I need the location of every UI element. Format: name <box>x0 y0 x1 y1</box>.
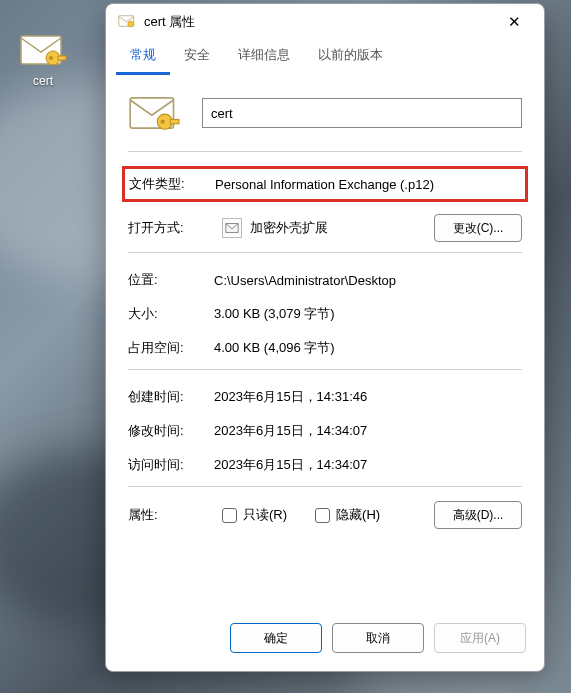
size-on-disk-value: 4.00 KB (4,096 字节) <box>214 339 522 357</box>
attributes-row: 属性: 只读(R) 隐藏(H) 高级(D)... <box>128 501 522 529</box>
svg-point-5 <box>128 21 134 27</box>
checkbox-icon <box>315 508 330 523</box>
modified-value: 2023年6月15日，14:34:07 <box>214 422 522 440</box>
advanced-button[interactable]: 高级(D)... <box>434 501 522 529</box>
divider <box>128 486 522 487</box>
file-name-input[interactable] <box>202 98 522 128</box>
size-on-disk-label: 占用空间: <box>128 339 214 357</box>
file-type-value: Personal Information Exchange (.p12) <box>215 177 521 192</box>
accessed-label: 访问时间: <box>128 456 214 474</box>
desktop-shortcut-label: cert <box>8 74 78 88</box>
size-value: 3.00 KB (3,079 字节) <box>214 305 522 323</box>
checkbox-icon <box>222 508 237 523</box>
desktop-shortcut-cert[interactable]: cert <box>8 30 78 88</box>
change-app-button[interactable]: 更改(C)... <box>434 214 522 242</box>
tab-security[interactable]: 安全 <box>170 40 224 75</box>
ok-button[interactable]: 确定 <box>230 623 322 653</box>
apply-button[interactable]: 应用(A) <box>434 623 526 653</box>
certificate-file-icon <box>19 30 67 70</box>
location-value: C:\Users\Administrator\Desktop <box>214 273 522 288</box>
svg-rect-8 <box>170 120 179 124</box>
properties-dialog: cert 属性 ✕ 常规 安全 详细信息 以前的版本 文件类型 <box>105 3 545 672</box>
modified-label: 修改时间: <box>128 422 214 440</box>
dialog-footer: 确定 取消 应用(A) <box>106 611 544 671</box>
tab-previous-versions[interactable]: 以前的版本 <box>304 40 397 75</box>
cancel-button[interactable]: 取消 <box>332 623 424 653</box>
tab-details[interactable]: 详细信息 <box>224 40 304 75</box>
certificate-file-icon <box>118 13 136 31</box>
file-type-label: 文件类型: <box>129 175 215 193</box>
tab-general[interactable]: 常规 <box>116 40 170 75</box>
open-with-app: 加密外壳扩展 <box>250 219 328 237</box>
divider <box>128 369 522 370</box>
location-label: 位置: <box>128 271 214 289</box>
hidden-label: 隐藏(H) <box>336 506 380 524</box>
svg-point-9 <box>161 120 165 124</box>
titlebar: cert 属性 ✕ <box>106 4 544 40</box>
accessed-value: 2023年6月15日，14:34:07 <box>214 456 522 474</box>
svg-rect-2 <box>58 56 66 60</box>
created-label: 创建时间: <box>128 388 214 406</box>
attributes-label: 属性: <box>128 506 214 524</box>
tab-content-general: 文件类型: Personal Information Exchange (.p1… <box>106 75 544 611</box>
certificate-file-icon <box>128 91 180 135</box>
open-with-row: 打开方式: 加密外壳扩展 更改(C)... <box>128 214 522 242</box>
tab-bar: 常规 安全 详细信息 以前的版本 <box>106 40 544 75</box>
open-with-label: 打开方式: <box>128 219 214 237</box>
hidden-checkbox[interactable]: 隐藏(H) <box>315 506 380 524</box>
close-button[interactable]: ✕ <box>492 7 536 37</box>
divider <box>128 151 522 152</box>
readonly-checkbox[interactable]: 只读(R) <box>222 506 287 524</box>
readonly-label: 只读(R) <box>243 506 287 524</box>
file-type-row: 文件类型: Personal Information Exchange (.p1… <box>122 166 528 202</box>
created-value: 2023年6月15日，14:31:46 <box>214 388 522 406</box>
divider <box>128 252 522 253</box>
size-label: 大小: <box>128 305 214 323</box>
dialog-title: cert 属性 <box>144 13 492 31</box>
close-icon: ✕ <box>508 13 521 31</box>
app-icon <box>222 218 242 238</box>
svg-point-3 <box>49 56 53 60</box>
